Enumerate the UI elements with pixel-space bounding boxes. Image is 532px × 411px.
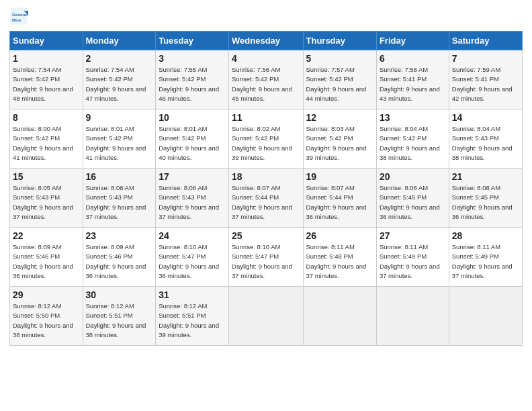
calendar-cell: 24Sunrise: 8:10 AMSunset: 5:47 PMDayligh… — [156, 228, 229, 287]
day-number: 13 — [380, 112, 446, 123]
page-container: General Blue Sunday Monday Tuesday Wedne… — [0, 0, 532, 353]
calendar-cell: 19Sunrise: 8:07 AMSunset: 5:44 PMDayligh… — [303, 169, 376, 228]
calendar-cell: 21Sunrise: 8:08 AMSunset: 5:45 PMDayligh… — [449, 169, 522, 228]
calendar-cell: 18Sunrise: 8:07 AMSunset: 5:44 PMDayligh… — [229, 169, 303, 228]
svg-text:Blue: Blue — [12, 17, 21, 22]
calendar-cell: 12Sunrise: 8:03 AMSunset: 5:42 PMDayligh… — [303, 109, 376, 169]
day-info: Sunrise: 8:01 AMSunset: 5:42 PMDaylight:… — [159, 124, 226, 163]
day-number: 18 — [232, 171, 300, 182]
calendar-cell: 25Sunrise: 8:10 AMSunset: 5:47 PMDayligh… — [229, 228, 303, 287]
day-info: Sunrise: 8:09 AMSunset: 5:46 PMDaylight:… — [13, 242, 80, 281]
logo-icon: General Blue — [9, 7, 28, 26]
calendar-cell — [449, 287, 522, 346]
calendar-cell: 10Sunrise: 8:01 AMSunset: 5:42 PMDayligh… — [156, 109, 229, 169]
day-number: 10 — [159, 112, 226, 123]
header-monday: Monday — [83, 32, 156, 50]
day-number: 16 — [86, 171, 153, 182]
header-wednesday: Wednesday — [229, 32, 303, 50]
calendar-cell: 28Sunrise: 8:11 AMSunset: 5:49 PMDayligh… — [449, 228, 522, 287]
calendar-cell: 16Sunrise: 8:06 AMSunset: 5:43 PMDayligh… — [83, 169, 156, 228]
day-number: 14 — [452, 112, 519, 123]
day-info: Sunrise: 8:11 AMSunset: 5:49 PMDaylight:… — [452, 242, 519, 281]
calendar-cell — [229, 287, 303, 346]
calendar-cell — [376, 287, 449, 346]
day-number: 26 — [306, 230, 373, 241]
day-info: Sunrise: 8:08 AMSunset: 5:45 PMDaylight:… — [452, 183, 519, 222]
calendar-cell: 4Sunrise: 7:56 AMSunset: 5:42 PMDaylight… — [229, 50, 303, 109]
day-number: 15 — [13, 171, 80, 182]
header-tuesday: Tuesday — [156, 32, 229, 50]
day-number: 31 — [159, 289, 226, 300]
day-info: Sunrise: 8:12 AMSunset: 5:51 PMDaylight:… — [159, 302, 226, 340]
day-info: Sunrise: 8:08 AMSunset: 5:45 PMDaylight:… — [380, 183, 446, 222]
day-number: 7 — [452, 53, 519, 64]
day-number: 1 — [13, 53, 80, 64]
calendar-cell: 31Sunrise: 8:12 AMSunset: 5:51 PMDayligh… — [156, 287, 229, 346]
calendar-cell: 3Sunrise: 7:55 AMSunset: 5:42 PMDaylight… — [156, 50, 229, 109]
day-info: Sunrise: 7:57 AMSunset: 5:42 PMDaylight:… — [306, 65, 373, 103]
day-number: 5 — [306, 53, 373, 64]
day-number: 27 — [380, 230, 446, 241]
calendar-row: 15Sunrise: 8:05 AMSunset: 5:43 PMDayligh… — [10, 169, 523, 228]
calendar-cell: 15Sunrise: 8:05 AMSunset: 5:43 PMDayligh… — [10, 169, 83, 228]
day-number: 2 — [86, 53, 153, 64]
calendar-cell: 11Sunrise: 8:02 AMSunset: 5:42 PMDayligh… — [229, 109, 303, 169]
header-thursday: Thursday — [303, 32, 376, 50]
day-info: Sunrise: 7:55 AMSunset: 5:42 PMDaylight:… — [159, 65, 226, 103]
day-number: 21 — [452, 171, 519, 182]
day-number: 6 — [380, 53, 446, 64]
calendar-body: 1Sunrise: 7:54 AMSunset: 5:42 PMDaylight… — [10, 50, 523, 346]
calendar-cell: 5Sunrise: 7:57 AMSunset: 5:42 PMDaylight… — [303, 50, 376, 109]
day-info: Sunrise: 8:01 AMSunset: 5:42 PMDaylight:… — [86, 124, 153, 163]
calendar-cell: 7Sunrise: 7:59 AMSunset: 5:41 PMDaylight… — [449, 50, 522, 109]
day-number: 4 — [232, 53, 300, 64]
day-info: Sunrise: 8:07 AMSunset: 5:44 PMDaylight:… — [306, 183, 373, 222]
calendar-row: 8Sunrise: 8:00 AMSunset: 5:42 PMDaylight… — [10, 109, 523, 169]
day-info: Sunrise: 8:00 AMSunset: 5:42 PMDaylight:… — [13, 124, 80, 163]
day-number: 28 — [452, 230, 519, 241]
day-info: Sunrise: 7:56 AMSunset: 5:42 PMDaylight:… — [232, 65, 300, 103]
day-number: 24 — [159, 230, 226, 241]
day-info: Sunrise: 8:03 AMSunset: 5:42 PMDaylight:… — [306, 124, 373, 163]
calendar-cell: 1Sunrise: 7:54 AMSunset: 5:42 PMDaylight… — [10, 50, 83, 109]
header-friday: Friday — [376, 32, 449, 50]
header-row: Sunday Monday Tuesday Wednesday Thursday… — [10, 32, 523, 50]
calendar-row: 29Sunrise: 8:12 AMSunset: 5:50 PMDayligh… — [10, 287, 523, 346]
day-info: Sunrise: 7:59 AMSunset: 5:41 PMDaylight:… — [452, 65, 519, 103]
calendar-cell: 17Sunrise: 8:06 AMSunset: 5:43 PMDayligh… — [156, 169, 229, 228]
day-info: Sunrise: 8:10 AMSunset: 5:47 PMDaylight:… — [232, 242, 300, 281]
calendar-table: Sunday Monday Tuesday Wednesday Thursday… — [9, 31, 523, 346]
calendar-cell: 30Sunrise: 8:12 AMSunset: 5:51 PMDayligh… — [83, 287, 156, 346]
day-info: Sunrise: 8:04 AMSunset: 5:43 PMDaylight:… — [452, 124, 519, 163]
day-number: 9 — [86, 112, 153, 123]
calendar-cell: 9Sunrise: 8:01 AMSunset: 5:42 PMDaylight… — [83, 109, 156, 169]
svg-text:General: General — [12, 12, 28, 17]
day-info: Sunrise: 8:07 AMSunset: 5:44 PMDaylight:… — [232, 183, 300, 222]
day-info: Sunrise: 8:11 AMSunset: 5:49 PMDaylight:… — [380, 242, 446, 281]
day-info: Sunrise: 7:54 AMSunset: 5:42 PMDaylight:… — [86, 65, 153, 103]
day-info: Sunrise: 8:06 AMSunset: 5:43 PMDaylight:… — [159, 183, 226, 222]
calendar-cell: 2Sunrise: 7:54 AMSunset: 5:42 PMDaylight… — [83, 50, 156, 109]
header-sunday: Sunday — [10, 32, 83, 50]
day-info: Sunrise: 8:09 AMSunset: 5:46 PMDaylight:… — [86, 242, 153, 281]
header: General Blue — [9, 7, 523, 26]
calendar-cell: 8Sunrise: 8:00 AMSunset: 5:42 PMDaylight… — [10, 109, 83, 169]
day-number: 8 — [13, 112, 80, 123]
calendar-cell: 6Sunrise: 7:58 AMSunset: 5:41 PMDaylight… — [376, 50, 449, 109]
calendar-cell: 26Sunrise: 8:11 AMSunset: 5:48 PMDayligh… — [303, 228, 376, 287]
day-info: Sunrise: 8:04 AMSunset: 5:42 PMDaylight:… — [380, 124, 446, 163]
day-info: Sunrise: 8:12 AMSunset: 5:50 PMDaylight:… — [13, 302, 80, 340]
day-number: 25 — [232, 230, 300, 241]
day-info: Sunrise: 8:05 AMSunset: 5:43 PMDaylight:… — [13, 183, 80, 222]
day-info: Sunrise: 8:10 AMSunset: 5:47 PMDaylight:… — [159, 242, 226, 281]
calendar-cell: 27Sunrise: 8:11 AMSunset: 5:49 PMDayligh… — [376, 228, 449, 287]
calendar-row: 1Sunrise: 7:54 AMSunset: 5:42 PMDaylight… — [10, 50, 523, 109]
calendar-cell — [303, 287, 376, 346]
logo: General Blue — [9, 7, 30, 26]
calendar-header: Sunday Monday Tuesday Wednesday Thursday… — [10, 32, 523, 50]
day-number: 20 — [380, 171, 446, 182]
calendar-cell: 14Sunrise: 8:04 AMSunset: 5:43 PMDayligh… — [449, 109, 522, 169]
calendar-cell: 22Sunrise: 8:09 AMSunset: 5:46 PMDayligh… — [10, 228, 83, 287]
day-info: Sunrise: 7:58 AMSunset: 5:41 PMDaylight:… — [380, 65, 446, 103]
day-number: 11 — [232, 112, 300, 123]
